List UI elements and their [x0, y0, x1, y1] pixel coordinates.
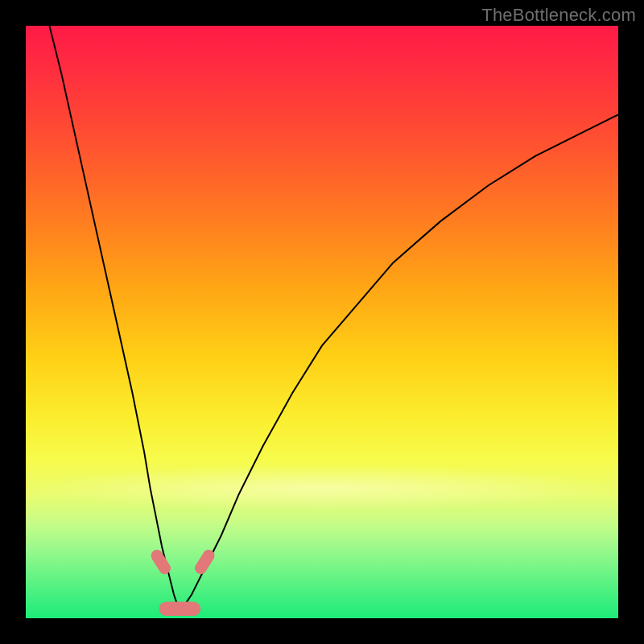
- right-curve: [180, 114, 618, 612]
- vertex-marker-2: [159, 601, 201, 616]
- plot-area: [26, 26, 618, 618]
- curve-layer: [26, 26, 618, 618]
- left-curve: [49, 26, 180, 613]
- vertex-marker-0: [149, 547, 173, 576]
- vertex-markers: [149, 547, 217, 616]
- outer-frame: TheBottleneck.com: [0, 0, 644, 644]
- watermark-text: TheBottleneck.com: [481, 5, 636, 26]
